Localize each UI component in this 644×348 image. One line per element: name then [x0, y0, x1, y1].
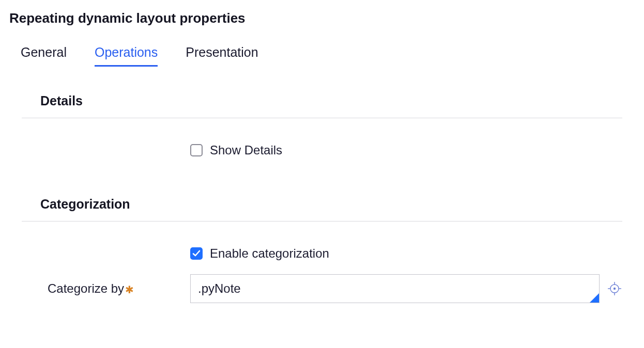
section-categorization: Categorization Enable categorization Cat… [22, 197, 622, 338]
show-details-label[interactable]: Show Details [210, 143, 282, 157]
svg-point-1 [614, 288, 616, 290]
tab-operations[interactable]: Operations [95, 45, 158, 67]
categorize-by-label: Categorize by [48, 281, 124, 295]
enable-categorization-checkbox[interactable] [190, 247, 203, 260]
show-details-checkbox[interactable] [190, 144, 203, 156]
enable-categorization-label[interactable]: Enable categorization [210, 246, 329, 261]
section-categorization-heading: Categorization [22, 197, 622, 222]
required-indicator-icon: ✱ [125, 284, 134, 295]
section-details-heading: Details [22, 93, 622, 118]
section-details: Details Show Details [22, 93, 622, 197]
page-title: Repeating dynamic layout properties [9, 10, 635, 26]
categorize-by-input[interactable] [190, 274, 600, 303]
tab-bar: General Operations Presentation [9, 45, 635, 67]
crosshair-icon[interactable] [607, 281, 622, 296]
tab-general[interactable]: General [21, 45, 67, 67]
tab-presentation[interactable]: Presentation [186, 45, 258, 67]
